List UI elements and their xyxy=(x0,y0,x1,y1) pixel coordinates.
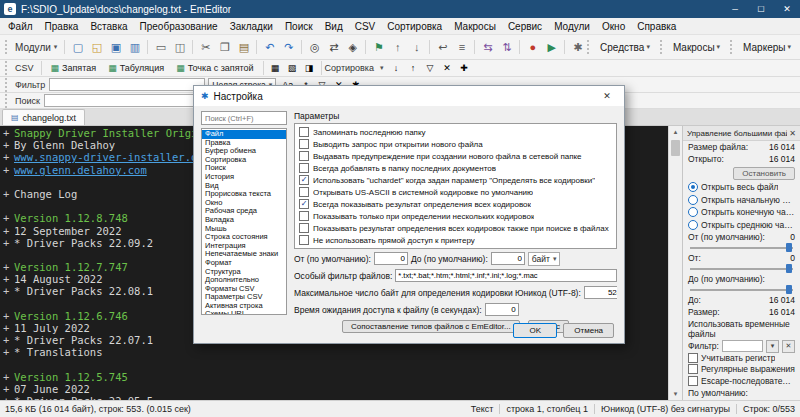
insert-column-icon[interactable]: ✚ xyxy=(456,60,473,76)
filter-input[interactable] xyxy=(49,78,205,91)
scrollbar-thumb[interactable] xyxy=(671,140,680,156)
option-regular-expressions[interactable]: Регулярные выражения xyxy=(683,364,800,376)
paste-icon[interactable]: ▤ xyxy=(234,38,253,57)
save-all-icon[interactable]: ▥ xyxy=(125,38,144,57)
option-show-only-multiple[interactable]: Показывать только при определении нескол… xyxy=(299,210,612,222)
csv-tab-button[interactable]: ▦Табуляция xyxy=(102,61,170,75)
toolbar-grip[interactable] xyxy=(660,40,665,54)
filter-column-icon[interactable]: ▽ xyxy=(422,60,439,76)
sort-lines-icon[interactable]: ⇅ xyxy=(497,38,516,57)
toolbar-grip[interactable] xyxy=(5,78,10,92)
toolbar-grip[interactable] xyxy=(587,40,592,54)
panel-close-icon[interactable]: ✕ xyxy=(789,129,796,138)
minimize-button[interactable]: ─ xyxy=(722,0,748,18)
menu-plugins[interactable]: Модули xyxy=(548,20,596,33)
fold-plus-icon[interactable]: + xyxy=(3,371,14,383)
csv-comma-button[interactable]: ▦Запятая xyxy=(45,61,103,75)
from-default-input[interactable] xyxy=(374,252,408,265)
fold-plus-icon[interactable]: + xyxy=(3,212,14,224)
fold-plus-icon[interactable]: + xyxy=(3,310,14,322)
customize-icon[interactable]: ✱ xyxy=(568,38,584,57)
redo-icon[interactable]: ↷ xyxy=(279,38,298,57)
compare-icon[interactable]: ⇆ xyxy=(478,38,497,57)
settings-category-window[interactable]: Окно xyxy=(202,199,286,208)
settings-category-csv-options[interactable]: Параметры CSV xyxy=(202,293,286,302)
csv-options-icon[interactable]: ▧ xyxy=(284,60,301,76)
menu-macros[interactable]: Макросы xyxy=(448,20,502,33)
option-no-direct-printer[interactable]: Не использовать прямой доступ к принтеру xyxy=(299,234,612,246)
menu-sort[interactable]: Сортировка xyxy=(381,20,448,33)
previous-bookmark-icon[interactable]: ↑ xyxy=(388,38,407,57)
dialog-title-bar[interactable]: ✱ Настройка ✕ xyxy=(194,86,624,106)
word-wrap-icon[interactable]: ↩ xyxy=(433,38,452,57)
fold-plus-icon[interactable]: + xyxy=(3,322,14,334)
settings-category-clipboard[interactable]: Буфер обмена xyxy=(202,147,286,156)
maximize-button[interactable]: ☐ xyxy=(748,0,774,18)
slider-thumb[interactable] xyxy=(786,243,792,252)
settings-category-history[interactable]: История xyxy=(202,173,286,182)
editor-link[interactable]: www.snappy-driver-installer.org xyxy=(14,151,210,163)
toolbar-grip[interactable] xyxy=(730,40,735,54)
option-match-case[interactable]: Учитывать регистр xyxy=(683,352,800,364)
settings-category-active-string[interactable]: Активная строка xyxy=(202,302,286,311)
settings-category-uri-schemes[interactable]: Схемы URI xyxy=(202,310,286,315)
save-icon[interactable]: ▣ xyxy=(106,38,125,57)
menu-window[interactable]: Окно xyxy=(596,20,631,33)
fold-plus-icon[interactable]: + xyxy=(3,188,14,200)
timeout-input[interactable] xyxy=(485,303,519,316)
delete-column-icon[interactable]: ✕ xyxy=(439,60,456,76)
menu-search[interactable]: Поиск xyxy=(279,20,319,33)
encoding-indicator[interactable]: Юникод (UTF-8) без сигнатуры xyxy=(601,404,730,414)
editor-scrollbar[interactable]: ▴ ▾ xyxy=(668,126,682,400)
fold-plus-icon[interactable]: + xyxy=(3,139,14,151)
sort-dropdown[interactable]: Сортировка xyxy=(325,63,374,73)
sort-descending-icon[interactable]: ↑ xyxy=(405,60,422,76)
menu-csv[interactable]: CSV xyxy=(349,20,382,33)
toolbar-grip[interactable] xyxy=(5,40,10,54)
stop-button[interactable]: Остановить xyxy=(733,167,795,180)
fold-plus-icon[interactable]: + xyxy=(3,346,14,358)
csv-convert-icon[interactable]: ▦ xyxy=(267,60,284,76)
file-filter-input[interactable] xyxy=(395,269,617,282)
option-show-detect-find-in-files[interactable]: Показывать результат определения всех ко… xyxy=(299,222,612,234)
toolbar-markers-dropdown[interactable]: Маркеры▾ xyxy=(740,40,798,55)
settings-category-integration[interactable]: Интеграция xyxy=(202,242,286,251)
option-always-show-detect-result[interactable]: ✓Всегда показывать результат определения… xyxy=(299,198,612,210)
option-prompt-on-new-file[interactable]: Выводить запрос при открытии нового файл… xyxy=(299,138,612,150)
settings-category-outline[interactable]: Структура xyxy=(202,268,286,277)
bookmark-icon[interactable]: ⚑ xyxy=(369,38,388,57)
option-escape-sequences[interactable]: Escape-последовательности xyxy=(683,375,800,387)
slider-thumb[interactable] xyxy=(786,264,792,273)
settings-category-invisibles[interactable]: Непечатаемые знаки xyxy=(202,250,286,259)
settings-category-edit[interactable]: Правка xyxy=(202,139,286,148)
unit-combo[interactable]: байт ▾ xyxy=(528,252,561,266)
settings-category-workspace[interactable]: Рабочая среда xyxy=(202,207,286,216)
filter-clear-icon[interactable]: ✕ xyxy=(782,340,795,353)
toolbar-grip[interactable] xyxy=(5,61,10,75)
csv-semicolon-button[interactable]: ▦Точка с запятой xyxy=(170,61,259,75)
column-select-icon[interactable]: ◨ xyxy=(301,60,318,76)
menu-insert[interactable]: Вставка xyxy=(84,20,133,33)
fold-plus-icon[interactable]: + xyxy=(3,164,14,176)
settings-category-tab[interactable]: Вкладка xyxy=(202,216,286,225)
from-slider[interactable] xyxy=(690,264,793,273)
toolbar-tools-dropdown[interactable]: Средства▾ xyxy=(597,40,657,55)
document-type[interactable]: Текст xyxy=(471,404,494,414)
new-file-icon[interactable]: ▢ xyxy=(68,38,87,57)
to-default-slider[interactable] xyxy=(690,285,793,294)
run-macro-icon[interactable]: ▶ xyxy=(542,38,561,57)
fold-plus-icon[interactable]: + xyxy=(3,127,14,139)
print-icon[interactable]: ▭ xyxy=(151,38,170,57)
replace-icon[interactable]: ⇄ xyxy=(324,38,343,57)
from-default-slider[interactable] xyxy=(690,243,793,252)
option-add-to-recent[interactable]: Всегда добавлять в папку последних докум… xyxy=(299,162,612,174)
tab-changelog[interactable]: ▤ changelog.txt xyxy=(2,109,85,125)
toolbar-macros-dropdown[interactable]: Макросы▾ xyxy=(670,40,727,55)
scroll-down-icon[interactable]: ▾ xyxy=(674,388,678,400)
radio-open-first-part[interactable]: Открыть начальную часть xyxy=(683,194,800,207)
ok-button[interactable]: OK xyxy=(513,323,557,338)
to-default-input[interactable] xyxy=(491,252,525,265)
option-use-uchardet[interactable]: ✓Использовать "uchardet" когда задан пар… xyxy=(299,174,612,186)
fold-plus-icon[interactable]: + xyxy=(3,261,14,273)
fold-plus-icon[interactable]: + xyxy=(3,151,14,163)
